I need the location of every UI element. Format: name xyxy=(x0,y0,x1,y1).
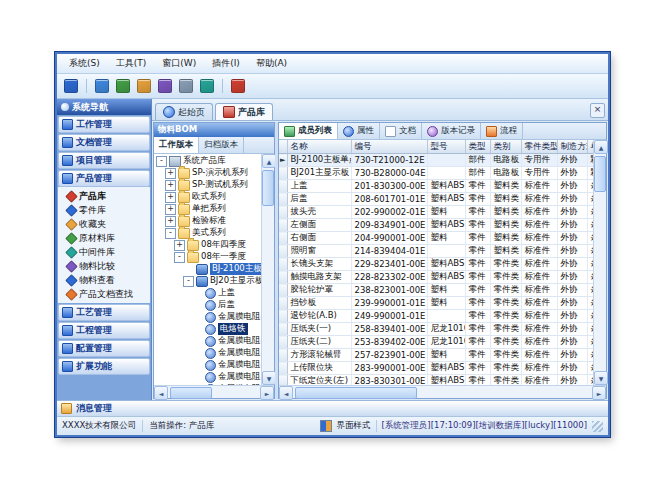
table-row[interactable]: 压纸夹(一)258-839401-00E尼龙1010零件零件类标准件外协条 xyxy=(279,323,593,336)
search-button[interactable] xyxy=(156,77,174,95)
expand-icon[interactable]: + xyxy=(165,192,176,203)
scroll-right-icon[interactable]: ► xyxy=(260,386,274,400)
expand-icon[interactable]: + xyxy=(165,180,176,191)
scroll-left-icon[interactable]: ◄ xyxy=(279,386,293,400)
expand-icon[interactable]: + xyxy=(165,204,176,215)
tree-node-检验标准[interactable]: +检验标准 xyxy=(154,215,261,227)
collapse-icon[interactable]: - xyxy=(156,156,167,167)
tab-属性[interactable]: 属性 xyxy=(338,123,380,139)
sidebar-group-产品管理[interactable]: 产品管理 xyxy=(58,170,150,187)
folder-button[interactable] xyxy=(135,77,153,95)
table-row[interactable]: 拔头壳202-990002-01E塑料零件塑料类标准件外协条 xyxy=(279,206,593,219)
table-row[interactable]: 左侧面209-834901-00E塑料ABS零件塑料类标准件外协条 xyxy=(279,219,593,232)
tree-vertical-scrollbar[interactable]: ▲ ▼ xyxy=(261,154,274,385)
exit-button[interactable] xyxy=(229,77,247,95)
scroll-right-icon[interactable]: ► xyxy=(592,386,606,400)
table-row[interactable]: 上盖201-830300-00E塑料ABS零件塑料类标准件外协条 xyxy=(279,180,593,193)
tree-node-金属膜电阻器[interactable]: 金属膜电阻器 xyxy=(154,335,261,347)
sidebar-group-扩展功能[interactable]: 扩展功能 xyxy=(58,358,150,375)
tab-工作版本[interactable]: 工作版本 xyxy=(154,137,199,153)
tab-流程[interactable]: 流程 xyxy=(481,123,523,139)
table-row[interactable]: ►BJ-2100主板单点730-T21000-12E部件电路板专用件外协颗 xyxy=(279,154,593,167)
tree-node-08年四季度[interactable]: +08年四季度 xyxy=(154,239,261,251)
table-row[interactable]: 后盖208-601701-01E塑料ABS零件塑料类标准件外协条 xyxy=(279,193,593,206)
table-row[interactable]: 下纸定位夹(左)283-830301-00E塑料ABS零件零件类标准件外协条 xyxy=(279,375,593,386)
tree-node-电烙铁[interactable]: 电烙铁 xyxy=(154,323,261,335)
help-button[interactable] xyxy=(198,77,216,95)
table-row[interactable]: 触摸电路支架228-823302-00E塑料ABS零件零件类标准件外协条 xyxy=(279,271,593,284)
column-header-制造方式[interactable]: 制造方式 xyxy=(557,140,587,154)
tree-node-金属膜电阻器[interactable]: 金属膜电阻器 xyxy=(154,311,261,323)
sidebar-item-产品文档查找[interactable]: 产品文档查找 xyxy=(58,287,150,301)
column-header-编号[interactable]: 编号 xyxy=(351,140,427,154)
tree-node-金属膜电阻器[interactable]: 金属膜电阻器 xyxy=(154,371,261,383)
column-header-零件类型[interactable]: 零件类型 xyxy=(521,140,557,154)
tree-node-BJ20主显示板[interactable]: -BJ20主显示板 xyxy=(154,275,261,287)
collapse-icon[interactable]: - xyxy=(174,252,185,263)
expand-icon[interactable]: + xyxy=(165,168,176,179)
tree-node-BJ-2100主板单点[interactable]: BJ-2100主板单点 xyxy=(154,263,261,275)
tree-horizontal-scrollbar[interactable]: ◄ ► xyxy=(154,385,274,398)
menu-item-4[interactable]: 帮助(A) xyxy=(249,55,294,72)
resize-grip[interactable] xyxy=(592,421,603,432)
grid-vertical-scrollbar[interactable]: ▲ ▼ xyxy=(593,140,606,385)
scroll-down-icon[interactable]: ▼ xyxy=(262,371,276,385)
table-row[interactable]: 方形滚轮械臂257-823901-00E塑料零件零件类标准件外协条 xyxy=(279,349,593,362)
sidebar-group-工程管理[interactable]: 工程管理 xyxy=(58,322,150,339)
scrollbar-thumb[interactable] xyxy=(262,170,274,206)
tab-产品库[interactable]: 产品库 xyxy=(215,103,273,120)
tree-node-单把系列[interactable]: +单把系列 xyxy=(154,203,261,215)
settings-button[interactable] xyxy=(177,77,195,95)
tree-node-金属膜电阻器[interactable]: 金属膜电阻器 xyxy=(154,347,261,359)
navigation-button[interactable] xyxy=(93,77,111,95)
tree-node-金属膜电阻器[interactable]: 金属膜电阻器 xyxy=(154,359,261,371)
tree-node-系统产品库[interactable]: -系统产品库 xyxy=(154,155,261,167)
tree-node-SP-演示机系列[interactable]: +SP-演示机系列 xyxy=(154,167,261,179)
sidebar-group-配置管理[interactable]: 配置管理 xyxy=(58,340,150,357)
column-header-类别[interactable]: 类别 xyxy=(490,140,521,154)
tree-node-SP-测试机系列[interactable]: +SP-测试机系列 xyxy=(154,179,261,191)
scrollbar-thumb[interactable] xyxy=(295,387,417,399)
sidebar-item-物料比较[interactable]: 物料比较 xyxy=(58,259,150,273)
tab-归档版本[interactable]: 归档版本 xyxy=(199,137,244,153)
tab-起始页[interactable]: 起始页 xyxy=(155,103,213,120)
sidebar-item-物料查看[interactable]: 物料查看 xyxy=(58,273,150,287)
layout-style-icon[interactable] xyxy=(320,420,332,432)
sidebar-item-收藏夹[interactable]: 收藏夹 xyxy=(58,217,150,231)
tab-成员列表[interactable]: 成员列表 xyxy=(279,123,338,139)
expand-icon[interactable]: + xyxy=(174,240,185,251)
table-row[interactable]: 右侧面204-990001-00E塑料零件塑料类标准件外协条 xyxy=(279,232,593,245)
table-row[interactable]: 照明窗214-839404-01E零件塑料类标准件外协条 xyxy=(279,245,593,258)
table-row[interactable]: 上传限位块283-990001-00E塑料ABS零件零件类标准件外协条 xyxy=(279,362,593,375)
sidebar-group-工艺管理[interactable]: 工艺管理 xyxy=(58,304,150,321)
scroll-left-icon[interactable]: ◄ xyxy=(154,386,168,400)
tree-node-后盖[interactable]: 后盖 xyxy=(154,299,261,311)
tree-node-美式系列[interactable]: -美式系列 xyxy=(154,227,261,239)
tree-node-08年一季度[interactable]: -08年一季度 xyxy=(154,251,261,263)
message-panel-bar[interactable]: 消息管理 xyxy=(57,400,608,416)
scroll-down-icon[interactable]: ▼ xyxy=(594,371,608,385)
table-row[interactable]: 长镜头支架229-823401-00E塑料ABS零件零件类标准件外协条 xyxy=(279,258,593,271)
column-header-型号[interactable]: 型号 xyxy=(427,140,465,154)
sidebar-group-项目管理[interactable]: 项目管理 xyxy=(58,152,150,169)
sidebar-item-零件库[interactable]: 零件库 xyxy=(58,203,150,217)
menu-item-3[interactable]: 插件(I) xyxy=(205,55,247,72)
scrollbar-thumb[interactable] xyxy=(170,387,212,399)
column-header-类型[interactable]: 类型 xyxy=(465,140,490,154)
sidebar-item-中间件库[interactable]: 中间件库 xyxy=(58,245,150,259)
app-button[interactable] xyxy=(62,77,80,95)
collapse-icon[interactable]: - xyxy=(183,276,194,287)
tab-版本记录[interactable]: 版本记录 xyxy=(422,123,481,139)
expand-icon[interactable]: + xyxy=(165,216,176,227)
table-row[interactable]: 退钞轮(A.B)249-990001-01E零件零件类标准件外协条 xyxy=(279,310,593,323)
menu-item-2[interactable]: 窗口(W) xyxy=(155,55,203,72)
table-row[interactable]: 压纸夹(二)253-839402-00E尼龙1010零件零件类标准件外协条 xyxy=(279,336,593,349)
grid-horizontal-scrollbar[interactable]: ◄ ► xyxy=(279,385,606,398)
menu-item-0[interactable]: 系统(S) xyxy=(62,55,107,72)
tree-node-欧式系列[interactable]: +欧式系列 xyxy=(154,191,261,203)
tab-文档[interactable]: 文档 xyxy=(380,123,422,139)
sidebar-item-原材料库[interactable]: 原材料库 xyxy=(58,231,150,245)
style-label[interactable]: 界面样式 xyxy=(337,420,371,432)
scroll-up-icon[interactable]: ▲ xyxy=(262,154,276,168)
close-icon[interactable]: × xyxy=(590,103,605,118)
